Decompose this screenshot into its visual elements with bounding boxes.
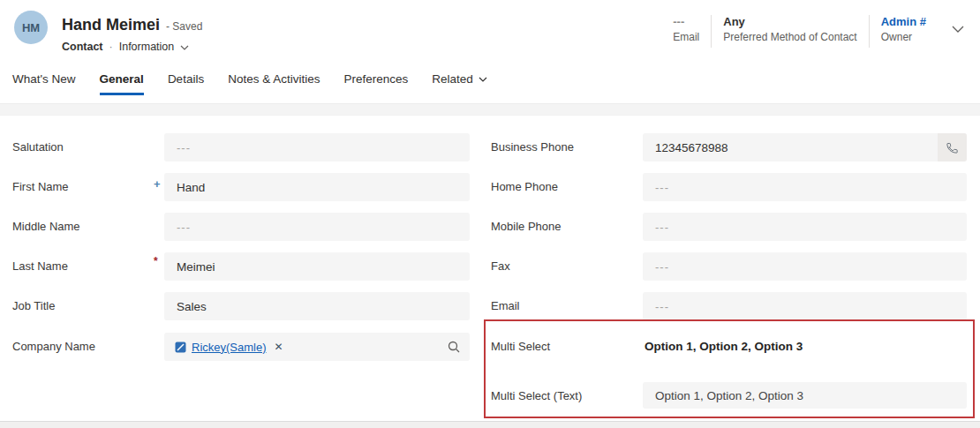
page-title: Hand Meimei (62, 16, 160, 34)
record-subtitle: Contact · Information (62, 41, 189, 53)
job-title-value: Sales (164, 300, 207, 313)
last-name-label: Last Name (12, 252, 68, 281)
business-phone-field[interactable]: 12345678988 (643, 133, 967, 161)
field-row: Multi Select (Text) Option 1, Option 2, … (0, 382, 980, 410)
header-summary: --- Email Any Preferred Method of Contac… (661, 15, 966, 48)
middle-name-placeholder: --- (164, 221, 191, 234)
multi-select-text-value: Option 1, Option 2, Option 3 (643, 389, 803, 402)
multi-select-text-field[interactable]: Option 1, Option 2, Option 3 (643, 382, 967, 409)
preferred-method-label: Preferred Method of Contact (723, 31, 856, 43)
salutation-placeholder: --- (164, 141, 191, 154)
salutation-field[interactable]: --- (164, 133, 470, 161)
section-divider-band (0, 103, 980, 116)
tab-details[interactable]: Details (168, 72, 204, 93)
home-phone-placeholder: --- (643, 181, 669, 194)
tab-preferences[interactable]: Preferences (343, 72, 408, 93)
dot-separator: · (109, 41, 113, 53)
fax-placeholder: --- (643, 260, 669, 274)
field-row: Company Name Rickey(Samle) ✕ Multi Selec… (0, 333, 980, 361)
form-tabs: What's New General Details Notes & Activ… (12, 72, 487, 95)
preferred-method-value[interactable]: Any (723, 15, 856, 28)
email-placeholder: --- (643, 300, 669, 313)
phone-icon (946, 141, 959, 154)
required-marker: * (154, 255, 158, 267)
home-phone-label: Home Phone (491, 173, 558, 201)
job-title-label: Job Title (12, 292, 55, 320)
account-entity-icon (175, 342, 186, 353)
mobile-phone-placeholder: --- (643, 221, 669, 234)
tab-related[interactable]: Related (432, 72, 487, 93)
field-row: Middle Name --- Mobile Phone --- (0, 213, 980, 241)
tab-notes-activities[interactable]: Notes & Activities (228, 72, 320, 93)
first-name-label: First Name (12, 173, 69, 201)
last-name-field[interactable]: Meimei (164, 252, 470, 281)
summary-owner: Admin # Owner (870, 15, 938, 43)
email-value[interactable]: --- (673, 15, 699, 28)
remove-lookup-icon[interactable]: ✕ (275, 341, 283, 353)
entity-label: Contact (62, 41, 103, 53)
last-name-value: Meimei (164, 260, 215, 274)
salutation-label: Salutation (12, 133, 64, 161)
summary-preferred-method: Any Preferred Method of Contact (712, 15, 868, 43)
form-selector[interactable]: Information (119, 41, 175, 53)
company-name-label: Company Name (12, 333, 95, 361)
multi-select-label: Multi Select (491, 333, 550, 361)
fax-label: Fax (491, 252, 510, 281)
mobile-phone-field[interactable]: --- (643, 213, 967, 241)
owner-label: Owner (881, 31, 926, 43)
call-phone-button[interactable] (938, 133, 967, 161)
bottom-bar (0, 421, 980, 428)
chevron-down-icon (479, 77, 487, 82)
company-name-lookup-field[interactable]: Rickey(Samle) ✕ (164, 333, 470, 361)
company-lookup-link[interactable]: Rickey(Samle) (192, 341, 267, 354)
first-name-value: Hand (164, 181, 205, 194)
home-phone-field[interactable]: --- (643, 173, 967, 201)
email-field-label: Email (491, 292, 520, 320)
field-row: Job Title Sales Email --- (0, 292, 980, 320)
multi-select-value[interactable]: Option 1, Option 2, Option 3 (645, 333, 803, 361)
chevron-down-icon[interactable] (180, 41, 189, 53)
owner-link[interactable]: Admin # (881, 15, 926, 28)
summary-email: --- Email (661, 15, 711, 43)
search-icon[interactable] (448, 341, 460, 356)
multi-select-text-label: Multi Select (Text) (491, 382, 582, 410)
tab-whats-new[interactable]: What's New (12, 72, 76, 93)
tab-related-label: Related (432, 72, 473, 86)
recommended-marker: + (154, 177, 161, 191)
email-field[interactable]: --- (643, 292, 967, 320)
middle-name-label: Middle Name (12, 213, 80, 241)
record-title-row: Hand Meimei - Saved (62, 16, 202, 34)
business-phone-label: Business Phone (491, 133, 574, 161)
first-name-field[interactable]: Hand (164, 173, 470, 201)
tab-general[interactable]: General (100, 72, 144, 95)
mobile-phone-label: Mobile Phone (491, 213, 562, 241)
save-status: - Saved (166, 20, 202, 33)
email-label: Email (673, 31, 699, 43)
collapse-header-chevron-icon[interactable] (952, 20, 964, 36)
business-phone-value: 12345678988 (643, 141, 728, 154)
field-row: First Name + Hand Home Phone --- (0, 173, 980, 201)
avatar: HM (14, 11, 48, 44)
contact-record-page: HM Hand Meimei - Saved Contact · Informa… (0, 0, 980, 428)
job-title-field[interactable]: Sales (164, 292, 470, 320)
middle-name-field[interactable]: --- (164, 213, 470, 241)
field-row: Salutation --- Business Phone 1234567898… (0, 133, 980, 161)
field-row: Last Name * Meimei Fax --- (0, 252, 980, 281)
fax-field[interactable]: --- (643, 252, 967, 281)
